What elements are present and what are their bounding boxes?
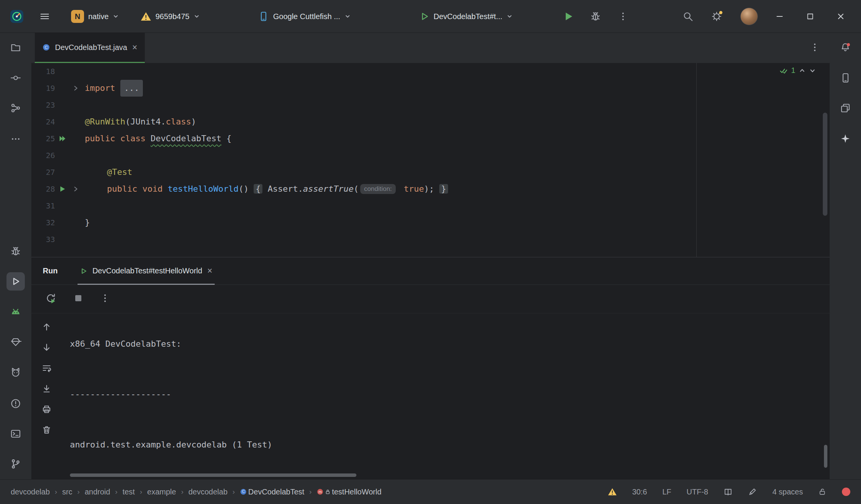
run-tab-close-icon[interactable]: × [207, 267, 212, 275]
tool-profiler-button[interactable] [6, 363, 25, 381]
device-manager-button[interactable] [836, 69, 855, 87]
tool-app-quality-insights-button[interactable] [6, 333, 25, 351]
console-more-button[interactable] [100, 293, 110, 305]
print-button[interactable] [42, 404, 52, 416]
breadcrumb-item[interactable]: test [123, 488, 135, 496]
editor-line[interactable]: 25 public class DevCodelabTest { [31, 130, 830, 147]
tool-commit-button[interactable] [6, 69, 25, 87]
encoding-widget[interactable]: UTF-8 [686, 488, 708, 496]
tool-run-button[interactable] [6, 272, 25, 291]
console-horizontal-scrollbar[interactable] [70, 473, 356, 477]
running-devices-button[interactable] [836, 99, 855, 117]
warning-indicator[interactable] [608, 488, 617, 496]
run-configuration-selector[interactable]: DevCodelabTest#t... [419, 0, 513, 33]
editor-line[interactable]: 18 [31, 63, 830, 80]
window-close-button[interactable] [836, 0, 846, 33]
down-stacktrace-button[interactable] [42, 342, 52, 354]
settings-button[interactable] [710, 0, 723, 33]
code-editor[interactable]: 1 18 19 import ... 23 [31, 63, 830, 257]
debug-button[interactable] [590, 0, 601, 33]
notifications-button[interactable] [836, 39, 855, 57]
editor-scrollbar[interactable] [823, 113, 827, 216]
breadcrumb-item[interactable]: android [85, 488, 110, 496]
bug-icon [10, 246, 21, 257]
search-everywhere-button[interactable] [682, 0, 694, 33]
user-account-button[interactable] [740, 0, 758, 33]
run-test-gutter-button[interactable] [55, 185, 70, 193]
folded-imports[interactable]: ... [120, 80, 143, 97]
run-panel-tab[interactable]: DevCodelabTest#testHelloWorld × [78, 257, 215, 285]
gemini-button[interactable] [836, 130, 855, 148]
run-class-gutter-button[interactable] [55, 134, 70, 143]
fold-arrow-icon [72, 85, 79, 92]
device-selector[interactable]: Google Cuttlefish ... [258, 0, 351, 33]
ellipsis-icon [10, 133, 21, 145]
scroll-to-end-button[interactable] [42, 384, 52, 395]
editor-line[interactable]: 23 [31, 97, 830, 113]
cursor-position-widget[interactable]: 30:6 [632, 488, 647, 496]
tool-terminal-button[interactable] [6, 425, 25, 443]
warning-icon [608, 488, 617, 496]
readonly-toggle[interactable] [818, 487, 827, 496]
editor-line[interactable]: 31 [31, 197, 830, 214]
breadcrumb-item[interactable]: devcodelab [188, 488, 227, 496]
breadcrumb-item-method[interactable]: m testHelloWorld [317, 488, 382, 496]
editor-tab-active[interactable]: C DevCodelabTest.java × [35, 33, 145, 63]
statusbar: devcodelab › src › android › test › exam… [0, 479, 861, 504]
soft-wrap-button[interactable] [42, 363, 52, 375]
project-selector[interactable]: N native [71, 0, 119, 33]
editor-area: C DevCodelabTest.java × 1 18 [31, 33, 830, 479]
error-indicator[interactable] [842, 488, 850, 496]
close-icon [836, 11, 846, 21]
breadcrumb-item[interactable]: src [62, 488, 73, 496]
chevron-down-icon [194, 13, 200, 19]
alert-circle-icon [10, 398, 21, 409]
breadcrumb-item[interactable]: devcodelab [11, 488, 50, 496]
editor-line[interactable]: 19 import ... [31, 80, 830, 97]
tab-close-icon[interactable]: × [132, 43, 137, 52]
reader-mode-button[interactable] [723, 487, 733, 496]
chevron-down-icon [345, 13, 351, 19]
breadcrumb: devcodelab › src › android › test › exam… [11, 488, 382, 496]
line-number: 33 [31, 231, 55, 248]
class-icon: C [42, 44, 50, 51]
console-output[interactable]: x86_64 DevCodelabTest: -----------------… [62, 313, 830, 479]
breadcrumb-item[interactable]: example [147, 488, 176, 496]
indent-widget[interactable]: 4 spaces [772, 488, 803, 496]
tool-logcat-button[interactable] [6, 303, 25, 321]
editor-line[interactable]: 32 } [31, 214, 830, 231]
tool-pull-requests-button[interactable] [6, 99, 25, 117]
vcs-branch-selector[interactable]: 9659b475 [141, 0, 200, 33]
editor-line[interactable]: 27 @Test [31, 164, 830, 181]
line-separator-widget[interactable]: LF [662, 488, 671, 496]
console-vertical-scrollbar[interactable] [824, 445, 827, 468]
window-minimize-button[interactable] [775, 0, 785, 33]
editor-line[interactable]: 33 [31, 231, 830, 248]
clear-console-button[interactable] [42, 425, 52, 436]
highlighting-level-button[interactable] [748, 487, 757, 496]
tool-more-button[interactable] [6, 130, 25, 148]
editor-line[interactable]: 24 @RunWith(JUnit4.class) [31, 113, 830, 130]
tool-project-button[interactable] [6, 39, 25, 57]
run-panel-toolbar [31, 285, 830, 313]
arrow-up-icon [42, 322, 52, 332]
editor-line[interactable]: 28 public void testHelloWorld() { Assert… [31, 181, 830, 197]
more-actions-button[interactable] [618, 0, 628, 33]
fold-toggle[interactable] [70, 186, 82, 192]
lock-icon [325, 489, 330, 494]
editor-line[interactable]: 26 [31, 147, 830, 164]
fold-toggle[interactable] [70, 85, 82, 92]
main-menu-button[interactable] [39, 0, 50, 33]
stop-button[interactable] [73, 293, 83, 305]
up-stacktrace-button[interactable] [42, 322, 52, 333]
breadcrumb-item-class[interactable]: C DevCodelabTest [240, 488, 304, 496]
line-number: 24 [31, 113, 55, 130]
window-maximize-button[interactable] [805, 0, 815, 33]
tab-options-button[interactable] [810, 42, 820, 54]
console-line: -------------------- [70, 386, 830, 403]
tool-version-control-button[interactable] [6, 455, 25, 473]
tool-problems-button[interactable] [6, 394, 25, 413]
run-button[interactable] [562, 0, 574, 33]
tool-debug-button[interactable] [6, 242, 25, 260]
rerun-button[interactable] [45, 292, 57, 305]
